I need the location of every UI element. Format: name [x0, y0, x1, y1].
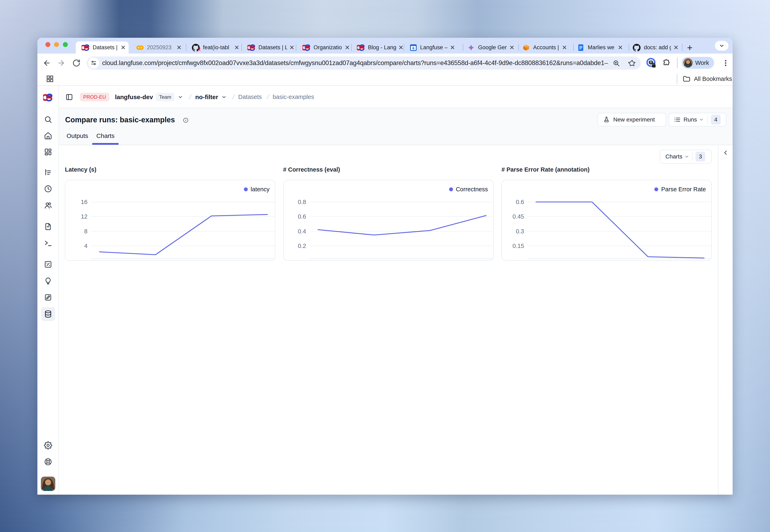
svg-text:16: 16 — [81, 199, 87, 205]
svg-text:0.45: 0.45 — [512, 213, 524, 220]
svg-text:6: 6 — [412, 46, 415, 50]
svg-text:0.8: 0.8 — [298, 199, 306, 205]
svg-text:12: 12 — [81, 213, 87, 220]
svg-text:0.4: 0.4 — [298, 228, 306, 235]
svg-text:0.15: 0.15 — [512, 243, 524, 249]
svg-text:8: 8 — [84, 228, 87, 235]
svg-text:0.6: 0.6 — [516, 199, 524, 205]
svg-text:4: 4 — [84, 243, 87, 249]
svg-text:0.6: 0.6 — [298, 213, 306, 220]
svg-text:0.2: 0.2 — [298, 243, 306, 249]
svg-text:0.3: 0.3 — [516, 228, 524, 235]
